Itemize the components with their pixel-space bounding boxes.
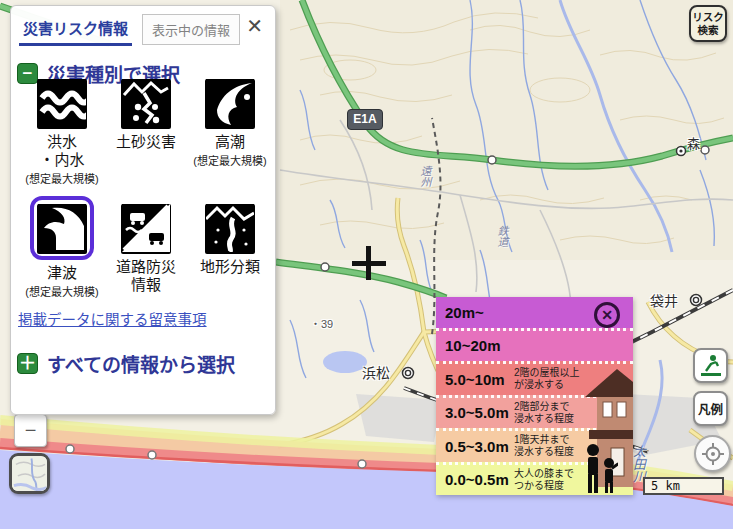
crosshair-location-icon [701, 442, 725, 466]
map-label-elevation: ・39 [310, 315, 333, 331]
data-notice-link[interactable]: 掲載データに関する留意事項 [18, 308, 207, 329]
section-all-info: ＋ すべての情報から選択 [11, 336, 275, 377]
tab-disaster-risk-info[interactable]: 災害リスク情報 [19, 14, 132, 46]
lake [323, 351, 367, 373]
storm-surge-icon [206, 79, 254, 127]
map-label-mori: 森 [687, 133, 700, 152]
tsunami-icon [38, 204, 86, 252]
hazard-tile-tsunami[interactable]: 津波 (想定最大規模) [16, 196, 108, 299]
selected-tile-border [30, 196, 94, 260]
map-label-rail-tetsudo: 鉄道 [494, 225, 510, 247]
map-crosshair [366, 246, 371, 280]
map-label-fukuroi: 袋井 [650, 290, 678, 310]
legend-row: 0.0~0.5m 大人の膝まで つかる程度 [436, 462, 633, 496]
running-person-icon [699, 354, 723, 378]
tab-displayed-info[interactable]: 表示中の情報 [142, 14, 240, 45]
legend-row: 0.5~3.0m 1階天井まで 浸水する程度 [436, 428, 633, 462]
minimap-button[interactable] [9, 453, 50, 494]
route-badge-e1a: E1A [347, 109, 383, 130]
legend-toggle-button[interactable]: 凡例 [693, 391, 728, 426]
disaster-risk-panel: 災害リスク情報 表示中の情報 ✕ − 災害種別で選択 洪水 ・内水 (想定最大規… [10, 5, 276, 415]
expand-plus-icon[interactable]: ＋ [17, 353, 38, 374]
hazard-tile-storm-surge[interactable]: 高潮 (想定最大規模) [184, 78, 276, 168]
road-disaster-icon [122, 204, 170, 252]
hazard-tile-landslide[interactable]: 土砂災害 [100, 78, 192, 152]
risk-search-button[interactable]: リスク 検索 [689, 5, 727, 42]
evacuation-site-button[interactable] [693, 348, 728, 383]
hazard-tile-road-disaster[interactable]: 道路防災 情報 [100, 196, 192, 295]
section-title: すべての情報から選択 [47, 350, 235, 377]
tsunami-depth-legend: 20m~ 10~20m 5.0~10m 2階の屋根以上 が浸水する 3.0~5.… [436, 297, 633, 495]
map-label-hamamatsu: 浜松 [362, 362, 390, 382]
hazard-tile-landform[interactable]: 地形分類 [184, 196, 276, 277]
legend-row: 3.0~5.0m 2階部分まで 浸水する程度 [436, 395, 633, 429]
zoom-out-button[interactable]: − [14, 414, 47, 447]
landslide-icon [122, 79, 170, 127]
legend-row: 5.0~10m 2階の屋根以上 が浸水する [436, 361, 633, 395]
map-label-rail-enshu: 遠州 [417, 165, 433, 187]
locate-button[interactable] [694, 435, 731, 472]
flood-icon [38, 79, 86, 127]
map-scale-bar: 5 km [643, 477, 724, 495]
landform-icon [206, 204, 254, 252]
minimap-thumbnail [12, 456, 47, 492]
hazard-map-app: 森 袋井 浜松 ・39 遠州 鉄道 太田川 E1A 災害リスク情報 表示中の情報… [0, 0, 733, 529]
close-icon[interactable]: ✕ [242, 14, 267, 38]
legend-close-icon[interactable]: ✕ [594, 302, 620, 328]
panel-tab-bar: 災害リスク情報 表示中の情報 ✕ [11, 6, 275, 46]
legend-row: 10~20m [436, 328, 633, 362]
hazard-tile-flood[interactable]: 洪水 ・内水 (想定最大規模) [16, 78, 108, 186]
